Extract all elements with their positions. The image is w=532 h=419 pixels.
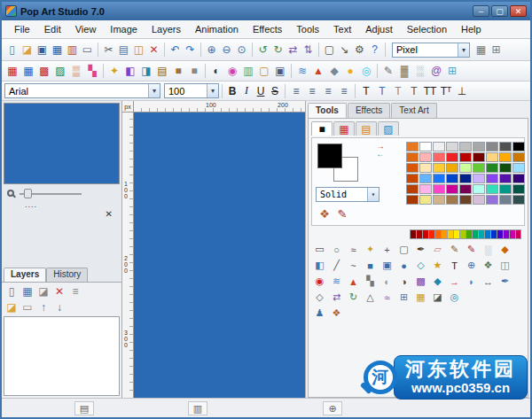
artist-palette-icon[interactable]: ❖ <box>316 206 333 221</box>
chevron-down-icon[interactable]: ▾ <box>207 84 218 97</box>
palette-color-swatch[interactable] <box>512 152 525 162</box>
strip-color-swatch[interactable] <box>466 229 472 239</box>
ellipse-select-icon[interactable]: ○ <box>328 242 345 257</box>
strip-color-swatch[interactable] <box>428 229 434 239</box>
mosaic-effect-icon[interactable]: ▤ <box>154 63 170 79</box>
crop-tool-icon[interactable]: ▢ <box>395 242 412 257</box>
eraser-icon[interactable]: ▱ <box>429 242 446 257</box>
pattern-icon[interactable]: ▩ <box>412 274 429 289</box>
palette-color-swatch[interactable] <box>433 152 445 162</box>
duplicate-layer-icon[interactable]: ▦ <box>20 283 35 299</box>
text-outline-icon[interactable]: T <box>390 83 406 99</box>
text-plain-icon[interactable]: T <box>358 83 374 99</box>
palette-color-swatch[interactable] <box>406 174 419 183</box>
new-document-icon[interactable]: ▯ <box>4 42 20 58</box>
palette-color-swatch[interactable] <box>446 152 458 162</box>
palette-color-swatch[interactable] <box>446 142 458 151</box>
sketch-effect-icon[interactable]: ✎ <box>380 63 396 79</box>
palette-color-swatch[interactable] <box>473 184 485 194</box>
callout-icon[interactable]: ◗ <box>463 274 480 289</box>
menu-item-image[interactable]: Image <box>103 22 145 36</box>
palette-color-swatch[interactable] <box>499 195 512 205</box>
minimize-button[interactable]: – <box>473 5 489 17</box>
align-center-icon[interactable]: ≡ <box>304 83 320 99</box>
grayscale-effect-icon[interactable]: ■ <box>186 63 202 79</box>
align-right-icon[interactable]: ≡ <box>320 83 336 99</box>
palette-color-swatch[interactable] <box>446 184 458 194</box>
palette-tab-swatch-icon[interactable]: ▦ <box>333 121 355 136</box>
palette-color-swatch[interactable] <box>406 184 419 194</box>
menu-item-selection[interactable]: Selection <box>400 22 454 36</box>
palette-color-swatch[interactable] <box>512 163 525 173</box>
palette-tab-mixer-icon[interactable]: ▤ <box>356 121 377 136</box>
palette-color-swatch[interactable] <box>512 174 525 183</box>
palette-color-swatch[interactable] <box>486 195 498 205</box>
frame-icon[interactable]: ▦ <box>412 290 429 305</box>
palette-color-swatch[interactable] <box>406 142 419 151</box>
colorize-effect-icon[interactable]: ◉ <box>224 63 240 79</box>
tab-tools[interactable]: Tools <box>308 103 347 118</box>
strip-color-swatch[interactable] <box>447 229 453 239</box>
shape-icon[interactable]: ◆ <box>429 274 446 289</box>
fill-icon[interactable]: ◆ <box>497 242 513 257</box>
palette-color-swatch[interactable] <box>486 174 498 183</box>
palette-color-swatch[interactable] <box>459 174 472 183</box>
comic-effect-icon[interactable]: ▚ <box>84 63 100 79</box>
menu-item-layers[interactable]: Layers <box>145 22 188 36</box>
flip-vertical-icon[interactable]: ⇅ <box>301 42 316 58</box>
palette-color-swatch[interactable] <box>473 142 485 151</box>
palette-color-swatch[interactable] <box>446 195 458 205</box>
save-all-icon[interactable]: ▦ <box>50 42 65 58</box>
clone-stamp-icon[interactable]: ◫ <box>497 258 513 273</box>
flip-horizontal-icon[interactable]: ⇄ <box>286 42 301 58</box>
dodge-icon[interactable]: ◐ <box>379 274 395 289</box>
palette-color-swatch[interactable] <box>499 163 512 173</box>
mirror-icon[interactable]: ⇄ <box>328 290 345 305</box>
export-icon[interactable]: ▥ <box>65 42 80 58</box>
image-preview-thumbnail[interactable] <box>4 103 120 184</box>
tile-effect-icon[interactable]: ⊞ <box>444 63 460 79</box>
palette-color-swatch[interactable] <box>419 174 432 183</box>
bold-button[interactable]: B <box>225 83 239 98</box>
perspective-icon[interactable]: △ <box>362 290 379 305</box>
palette-color-swatch[interactable] <box>433 163 445 173</box>
preview-zoom-slider[interactable] <box>20 189 82 198</box>
palette-color-swatch[interactable] <box>512 142 525 151</box>
palette-color-swatch[interactable] <box>486 152 498 162</box>
palette-color-swatch[interactable] <box>473 163 485 173</box>
text-shadow-icon[interactable]: T <box>406 83 422 99</box>
strip-color-swatch[interactable] <box>490 229 497 239</box>
gradient-icon[interactable]: ◧ <box>311 258 328 273</box>
palette-color-swatch[interactable] <box>486 184 498 194</box>
fill-style-combo[interactable]: Solid ▾ <box>316 187 379 202</box>
palette-color-swatch[interactable] <box>419 184 432 194</box>
strip-color-swatch[interactable] <box>434 229 441 239</box>
layer-folder-icon[interactable]: ◪ <box>4 299 20 315</box>
print-icon[interactable]: ▭ <box>80 42 95 58</box>
align-justify-icon[interactable]: ≡ <box>336 83 352 99</box>
sharpen-icon[interactable]: ▲ <box>345 274 362 289</box>
chevron-down-icon[interactable]: ▾ <box>148 84 160 97</box>
palette-color-swatch[interactable] <box>499 174 512 183</box>
delete-layer-icon[interactable]: ✕ <box>51 283 67 299</box>
ellipse-icon[interactable]: ● <box>395 258 412 273</box>
chevron-down-icon[interactable]: ▾ <box>367 188 379 201</box>
palette-color-swatch[interactable] <box>459 142 472 151</box>
rect-select-icon[interactable]: ▭ <box>311 242 328 257</box>
palette-tab-web-icon[interactable]: ▨ <box>378 121 399 136</box>
pencil-icon[interactable]: ✎ <box>446 242 463 257</box>
flatten-icon[interactable]: ▭ <box>20 299 35 315</box>
zoom-slider-thumb[interactable] <box>24 189 32 198</box>
save-icon[interactable]: ▣ <box>35 42 50 58</box>
person-icon[interactable]: ♟ <box>311 306 328 321</box>
grid-icon[interactable]: ▦ <box>473 42 489 58</box>
palette-color-swatch[interactable] <box>419 152 432 162</box>
italic-button[interactable]: I <box>239 83 254 98</box>
palette-color-swatch[interactable] <box>433 142 445 151</box>
strip-color-swatch[interactable] <box>484 229 490 239</box>
stars-effect-icon[interactable]: ✦ <box>106 63 122 79</box>
close-button[interactable]: ✕ <box>510 5 527 17</box>
status-zoom-icon[interactable]: ⊕ <box>323 401 342 415</box>
checker-effect-icon[interactable]: ▨ <box>52 63 68 79</box>
palette-color-swatch[interactable] <box>459 152 472 162</box>
